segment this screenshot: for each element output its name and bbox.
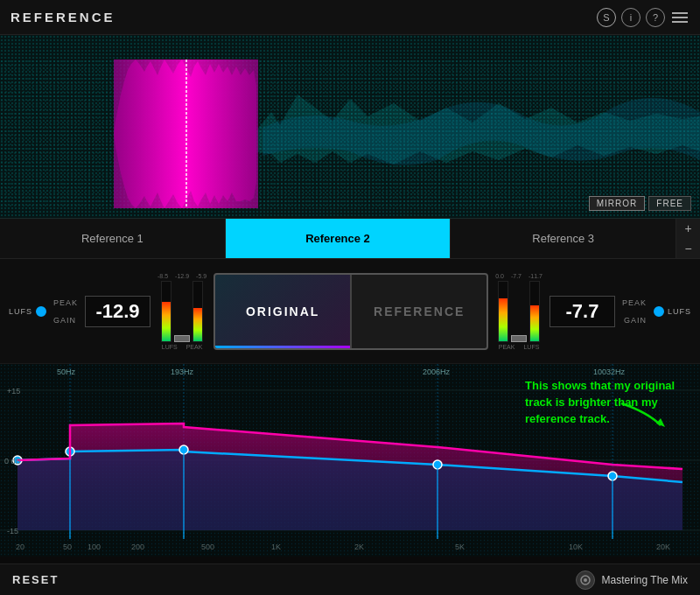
app-title: REFERENCE <box>10 10 116 24</box>
right-lufs-value: -7.7 <box>550 296 615 327</box>
left-lufs-value: -12.9 <box>85 296 150 327</box>
tab-remove-button[interactable]: − <box>676 239 700 259</box>
right-lufs-bar-fill <box>530 305 539 341</box>
svg-text:2K: 2K <box>354 542 364 551</box>
svg-text:0 dB: 0 dB <box>4 457 21 466</box>
header: REFERENCE S i ? <box>0 0 700 35</box>
svg-text:20: 20 <box>16 542 24 551</box>
mirror-free-buttons: MIRROR FREE <box>589 196 691 211</box>
header-icons: S i ? <box>597 8 690 27</box>
right-lufs-meter: LUFS <box>654 306 691 317</box>
tabs-container: Reference 1 Reference 2 Reference 3 <box>0 219 676 258</box>
right-vu-bars <box>498 281 540 342</box>
left-vu-bars <box>161 281 203 342</box>
right-lufs-circle <box>654 306 664 317</box>
brand-circle-icon <box>579 574 592 586</box>
bottom-bar: RESET Mastering The Mix <box>0 564 700 595</box>
left-vu-numbers: -8.5 -12.9 -5.9 <box>158 273 206 279</box>
svg-text:+15: +15 <box>7 387 20 396</box>
left-peak-bar <box>192 281 203 342</box>
right-peak-gain-labels: PEAK GAIN <box>622 298 647 325</box>
svg-text:50: 50 <box>63 542 72 551</box>
svg-text:-15: -15 <box>7 527 18 536</box>
s-icon-button[interactable]: S <box>597 8 616 27</box>
brand-icon <box>576 570 595 590</box>
annotation-text: This shows that my original track is bri… <box>525 379 675 425</box>
left-peak-gain-labels: PEAK GAIN <box>53 298 78 325</box>
right-peak-bar-fill <box>499 298 508 341</box>
svg-text:1K: 1K <box>271 542 281 551</box>
svg-text:2006Hz: 2006Hz <box>423 368 451 376</box>
svg-text:100: 100 <box>88 542 101 551</box>
brand-logo: Mastering The Mix <box>576 570 688 590</box>
svg-text:5K: 5K <box>455 542 465 551</box>
left-peak-bar-fill <box>193 308 202 340</box>
controls-section: LUFS PEAK GAIN -12.9 -8.5 -12.9 -5.9 LUF… <box>0 259 700 364</box>
left-lufs-label: LUFS <box>9 307 32 316</box>
brand-text: Mastering The Mix <box>602 574 688 586</box>
tabs-section: Reference 1 Reference 2 Reference 3 + − <box>0 219 700 259</box>
menu-icon[interactable] <box>670 10 690 24</box>
right-vu-handle[interactable] <box>511 335 527 342</box>
svg-text:200: 200 <box>131 542 144 551</box>
right-peak-label: PEAK <box>622 298 647 307</box>
left-vu-labels: LUFS PEAK <box>162 344 203 350</box>
left-vu-handle[interactable] <box>174 335 190 342</box>
mirror-button[interactable]: MIRROR <box>589 196 646 211</box>
svg-text:10K: 10K <box>569 542 583 551</box>
left-lufs-meter: LUFS <box>9 306 46 317</box>
right-vu-labels: PEAK LUFS <box>499 344 540 350</box>
spectrum-section: +15 0 dB -15 20 50 100 200 500 1K 2K 5K … <box>0 364 700 556</box>
info-icon-button[interactable]: i <box>621 8 640 27</box>
reset-button[interactable]: RESET <box>12 573 59 586</box>
annotation: This shows that my original track is bri… <box>525 377 687 428</box>
free-button[interactable]: FREE <box>648 196 691 211</box>
right-lufs-bar <box>529 281 540 342</box>
tab-add-button[interactable]: + <box>676 219 700 239</box>
svg-text:20K: 20K <box>656 542 670 551</box>
left-lufs-circle <box>36 306 46 317</box>
left-vu-section: -8.5 -12.9 -5.9 LUFS PEAK <box>158 273 206 350</box>
right-peak-bar <box>498 281 508 342</box>
waveform-svg <box>0 60 700 208</box>
tab-add-remove: + − <box>676 219 700 258</box>
tab-reference2[interactable]: Reference 2 <box>226 219 452 258</box>
left-lufs-bar <box>161 281 172 342</box>
help-icon-button[interactable]: ? <box>646 8 665 27</box>
tab-reference1[interactable]: Reference 1 <box>0 219 226 258</box>
reference-button[interactable]: REFERENCE <box>352 275 486 348</box>
tab-reference3[interactable]: Reference 3 <box>451 219 676 258</box>
svg-text:193Hz: 193Hz <box>171 368 194 376</box>
original-button[interactable]: ORIGINAL <box>215 275 352 348</box>
left-peak-label: PEAK <box>53 298 78 307</box>
right-gain-label: GAIN <box>622 316 647 325</box>
orig-ref-toggle: ORIGINAL REFERENCE <box>214 273 488 350</box>
left-gain-label: GAIN <box>53 316 78 325</box>
svg-text:10032Hz: 10032Hz <box>593 368 626 376</box>
right-lufs-label: LUFS <box>668 307 691 316</box>
left-lufs-bar-fill <box>162 302 171 340</box>
right-vu-section: 0.0 -7.7 -11.7 PEAK LUFS <box>495 273 542 350</box>
svg-point-43 <box>584 578 587 582</box>
waveform-section: Reference 2 ⇔ ✕ ▐▐ ▐▐▐ <box>0 35 700 219</box>
right-vu-numbers: 0.0 -7.7 -11.7 <box>495 273 542 279</box>
svg-text:50Hz: 50Hz <box>57 368 76 376</box>
svg-text:500: 500 <box>201 542 214 551</box>
